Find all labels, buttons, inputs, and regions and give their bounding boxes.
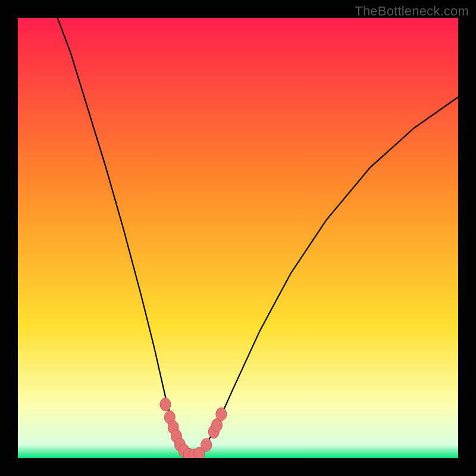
curve-marker: [201, 439, 212, 452]
curve-marker: [216, 408, 227, 421]
curve-marker: [160, 398, 171, 411]
gradient-background: [18, 18, 458, 458]
bottleneck-chart: [18, 18, 458, 458]
plot-area: [18, 18, 458, 458]
watermark-text: TheBottleneck.com: [355, 4, 469, 19]
chart-frame: TheBottleneck.com: [0, 0, 476, 476]
